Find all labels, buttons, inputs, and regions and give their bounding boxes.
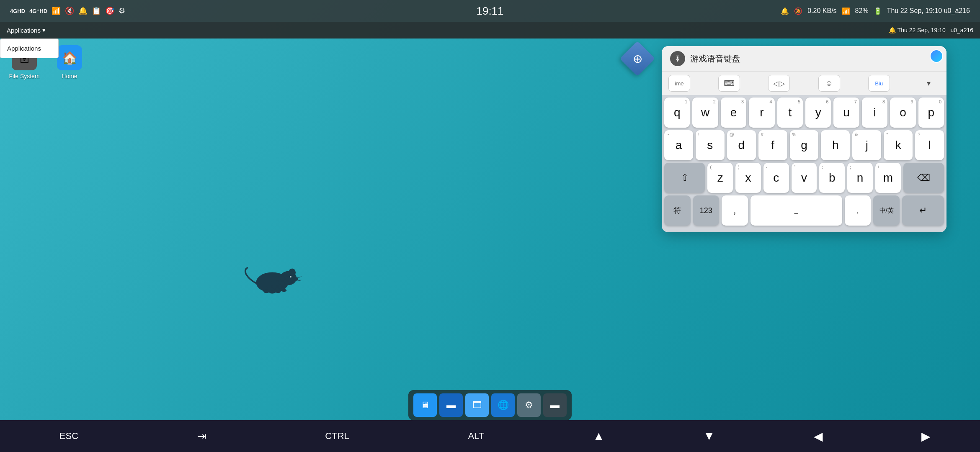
data-speed: 0.20 KB/s xyxy=(807,7,836,15)
key-v[interactable]: "v xyxy=(792,163,817,193)
taskbar-icon-1: ▬ xyxy=(446,400,456,411)
key-row-4: 符 123 , _ . 中/英 ↵ xyxy=(664,195,944,226)
alarm-icon: 🔔 xyxy=(781,7,789,15)
move-handle[interactable]: ⊕ xyxy=(625,46,653,74)
key-n[interactable]: ;n xyxy=(847,163,873,193)
menu-bar: Applications ▾ 🔔 Thu 22 Sep, 19:10 u0_a2… xyxy=(0,22,980,39)
key-z[interactable]: (z xyxy=(707,163,733,193)
key-tab[interactable]: ⇥ xyxy=(187,426,217,446)
key-alt[interactable]: ALT xyxy=(458,427,494,445)
key-m[interactable]: /m xyxy=(875,163,901,193)
key-k[interactable]: *k xyxy=(884,130,913,160)
key-up[interactable]: ▲ xyxy=(593,429,605,443)
mic-icon: 🎙 xyxy=(670,51,685,66)
key-h[interactable]: 'h xyxy=(821,130,850,160)
keyboard-button[interactable]: ⌨ xyxy=(718,75,740,92)
apps-dropdown[interactable]: Applications xyxy=(0,39,59,58)
taskbar-icon-0: 🖥 xyxy=(420,400,430,411)
svg-point-11 xyxy=(276,290,281,293)
taskbar-icon-5: ▬ xyxy=(550,400,560,411)
taskbar-icon-3: 🌐 xyxy=(498,400,509,411)
key-right[interactable]: ▶ xyxy=(921,429,931,443)
key-e[interactable]: 3e xyxy=(721,98,746,128)
ime-button[interactable]: ime xyxy=(668,75,690,92)
key-enter[interactable]: ↵ xyxy=(902,195,944,226)
taskbar-item-1[interactable]: ▬ xyxy=(439,393,463,417)
key-w[interactable]: 2w xyxy=(692,98,718,128)
key-row-2: ~a !s @d #f %g 'h &j *k ?l xyxy=(664,130,944,160)
key-symbol[interactable]: 符 xyxy=(664,195,691,226)
key-g[interactable]: %g xyxy=(790,130,819,160)
notification-mute-icon: 🔕 xyxy=(794,7,802,15)
cursor-icon: ◁|▷ xyxy=(773,80,785,87)
applications-menu[interactable]: Applications xyxy=(7,27,41,34)
key-u[interactable]: 7u xyxy=(833,98,859,128)
key-esc[interactable]: ESC xyxy=(49,427,88,445)
menu-bar-left[interactable]: Applications ▾ xyxy=(7,26,46,34)
key-y[interactable]: 6y xyxy=(805,98,831,128)
key-comma[interactable]: , xyxy=(722,195,748,226)
menu-bar-right: 🔔 Thu 22 Sep, 19:10 u0_a216 xyxy=(889,27,973,33)
key-ctrl[interactable]: CTRL xyxy=(315,427,359,445)
key-period[interactable]: . xyxy=(845,195,871,226)
status-bar: 4GHD 4G⁺HD 📶 🔇 🔔 📋 🎯 ⚙ 19:11 🔔 🔕 0.20 KB… xyxy=(0,0,980,22)
key-123[interactable]: 123 xyxy=(693,195,720,226)
key-a[interactable]: ~a xyxy=(664,130,693,160)
filesystem-label: File System xyxy=(9,73,39,80)
key-i[interactable]: 8i xyxy=(862,98,887,128)
wifi-icon: 📶 xyxy=(842,7,850,15)
key-shift[interactable]: ⇧ xyxy=(664,163,705,193)
signal-4ghd2: 4G⁺HD xyxy=(29,8,47,14)
menu-arrow: ▾ xyxy=(42,26,46,34)
taskbar-item-2[interactable]: 🗔 xyxy=(465,393,489,417)
battery-text: 82% xyxy=(855,7,869,15)
keyboard-keys: 1q 2w 3e 4r 5t 6y 7u 8i 9o 0p ~a !s @d #… xyxy=(662,95,946,232)
key-lang[interactable]: 中/英 xyxy=(873,195,900,226)
home-icon: 🏠 xyxy=(62,51,77,65)
key-c[interactable]: -c xyxy=(763,163,789,193)
key-o[interactable]: 9o xyxy=(890,98,916,128)
taskbar-item-5[interactable]: ▬ xyxy=(543,393,567,417)
emoji-button[interactable]: ☺ xyxy=(818,75,840,92)
key-l[interactable]: ?l xyxy=(915,130,944,160)
taskbar-item-4[interactable]: ⚙ xyxy=(517,393,541,417)
key-r[interactable]: 4r xyxy=(749,98,774,128)
status-left: 4GHD 4G⁺HD 📶 🔇 🔔 📋 🎯 ⚙ xyxy=(10,6,125,15)
move-icon: ⊕ xyxy=(633,52,642,66)
collapse-button[interactable]: ▾ xyxy=(918,75,940,92)
key-d[interactable]: @d xyxy=(727,130,756,160)
status-right: 🔔 🔕 0.20 KB/s 📶 82% 🔋 Thu 22 Sep, 19:10 … xyxy=(781,7,970,15)
battery-icon: 🔋 xyxy=(874,7,882,15)
key-down[interactable]: ▼ xyxy=(703,429,715,443)
svg-point-2 xyxy=(289,268,296,277)
key-space[interactable]: _ xyxy=(750,195,842,226)
sim-icon: 📶 xyxy=(52,6,61,15)
key-j[interactable]: &j xyxy=(852,130,881,160)
key-s[interactable]: !s xyxy=(696,130,725,160)
taskbar-icon-2: 🗔 xyxy=(472,400,482,411)
key-x[interactable]: )x xyxy=(735,163,761,193)
key-row-1: 1q 2w 3e 4r 5t 6y 7u 8i 9o 0p xyxy=(664,98,944,128)
key-p[interactable]: 0p xyxy=(918,98,944,128)
datetime: Thu 22 Sep, 19:10 u0_a216 xyxy=(887,7,970,15)
dropdown-item-applications[interactable]: Applications xyxy=(0,41,58,55)
status-time: 19:11 xyxy=(476,5,503,18)
keyboard-panel: 🎙 游戏语音键盘 ime ⌨ ◁|▷ ☺ Biu ▾ 1q 2w 3e 4r xyxy=(662,46,946,232)
key-q[interactable]: 1q xyxy=(664,98,690,128)
biu-button[interactable]: Biu xyxy=(868,75,890,92)
signal-4ghd: 4GHD xyxy=(10,8,25,14)
collapse-icon: ▾ xyxy=(927,79,931,88)
taskbar-item-0[interactable]: 🖥 xyxy=(413,393,437,417)
taskbar-item-3[interactable]: 🌐 xyxy=(491,393,515,417)
home-label: Home xyxy=(62,73,77,80)
cursor-button[interactable]: ◁|▷ xyxy=(768,75,790,92)
svg-point-9 xyxy=(263,290,269,293)
key-backspace[interactable]: ⌫ xyxy=(903,163,944,193)
taskbar-icon-4: ⚙ xyxy=(525,400,533,411)
biu-label: Biu xyxy=(875,80,883,87)
key-b[interactable]: :b xyxy=(819,163,845,193)
bottom-bar: ESC ⇥ CTRL ALT ▲ ▼ ◀ ▶ xyxy=(0,420,980,452)
key-left[interactable]: ◀ xyxy=(814,429,823,443)
key-t[interactable]: 5t xyxy=(777,98,803,128)
key-f[interactable]: #f xyxy=(758,130,787,160)
